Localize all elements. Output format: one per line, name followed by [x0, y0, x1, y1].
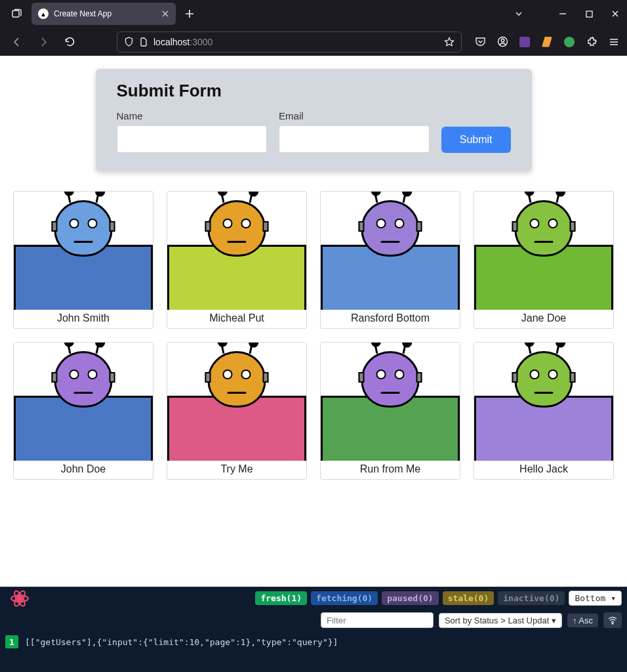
- tab-close-button[interactable]: [161, 10, 169, 18]
- name-label: Name: [117, 110, 268, 121]
- user-card[interactable]: Jane Doe: [474, 191, 614, 329]
- app-menu-icon[interactable]: [607, 35, 620, 49]
- name-input[interactable]: [117, 125, 268, 153]
- avatar: [321, 192, 460, 310]
- user-name: Run from Me: [321, 461, 460, 479]
- url-bar[interactable]: localhost:3000: [117, 32, 462, 52]
- svg-point-4: [17, 596, 22, 601]
- submit-button[interactable]: Submit: [441, 127, 511, 153]
- avatar: [474, 192, 613, 310]
- avatar: [167, 192, 306, 310]
- filter-input[interactable]: [321, 612, 434, 628]
- observer-count: 1: [5, 635, 18, 648]
- user-name: John Doe: [14, 461, 153, 479]
- svg-point-3: [501, 39, 504, 42]
- url-port: :3000: [190, 37, 212, 47]
- network-mode-button[interactable]: [603, 612, 622, 628]
- submit-form-card: Submit Form Name Email Submit: [96, 69, 532, 171]
- tab-favicon-icon: ▲: [38, 9, 49, 19]
- user-grid: John Smith Micheal Put: [13, 191, 614, 480]
- sort-select[interactable]: Sort by Status > Last Updat ▾: [439, 613, 562, 628]
- query-row[interactable]: 1 [["getUsers"],{"input":{"limit":10,"pa…: [0, 631, 627, 652]
- tab-title: Create Next App: [54, 9, 111, 18]
- avatar: [167, 343, 306, 461]
- avatar: [321, 343, 460, 461]
- extension-icon-3[interactable]: [563, 35, 576, 49]
- bookmark-icon[interactable]: [444, 37, 455, 47]
- tab-dropdown-button[interactable]: [514, 9, 523, 18]
- account-icon[interactable]: [496, 35, 509, 49]
- badge-stale[interactable]: stale(0): [443, 591, 495, 605]
- user-name: John Smith: [14, 310, 153, 328]
- user-card[interactable]: Try Me: [167, 342, 307, 480]
- user-card[interactable]: Hello Jack: [474, 342, 614, 480]
- user-card[interactable]: Micheal Put: [167, 191, 307, 329]
- email-label: Email: [279, 110, 430, 121]
- browser-chrome: ▲ Create Next App localhost:3000: [0, 0, 627, 56]
- badge-paused[interactable]: paused(0): [382, 591, 438, 605]
- browser-tab[interactable]: ▲ Create Next App: [31, 3, 176, 25]
- shield-icon: [124, 37, 134, 47]
- user-name: Jane Doe: [474, 310, 613, 328]
- avatar: [474, 343, 613, 461]
- user-name: Ransford Bottom: [321, 310, 460, 328]
- extensions-icon[interactable]: [585, 35, 598, 49]
- forward-button: [33, 32, 54, 52]
- badge-fetching[interactable]: fetching(0): [311, 591, 378, 605]
- query-key: [["getUsers"],{"input":{"limit":10,"page…: [25, 637, 338, 647]
- form-title: Submit Form: [117, 81, 511, 101]
- window-maximize-button[interactable]: [582, 10, 596, 18]
- avatar: [14, 343, 153, 461]
- user-name: Hello Jack: [474, 461, 613, 479]
- user-card[interactable]: Ransford Bottom: [320, 191, 460, 329]
- sort-direction-button[interactable]: ↑ Asc: [567, 614, 598, 627]
- tab-overview-button[interactable]: [5, 4, 28, 24]
- user-card[interactable]: Run from Me: [320, 342, 460, 480]
- extension-icon-1[interactable]: [518, 35, 531, 49]
- user-card[interactable]: John Doe: [13, 342, 153, 480]
- svg-rect-1: [586, 11, 592, 17]
- react-query-devtools: fresh(1) fetching(0) paused(0) stale(0) …: [0, 587, 627, 672]
- svg-rect-0: [12, 10, 19, 17]
- react-query-logo-icon[interactable]: [9, 588, 30, 609]
- url-host: localhost: [153, 37, 190, 47]
- user-name: Try Me: [167, 461, 306, 479]
- badge-inactive[interactable]: inactive(0): [498, 591, 565, 605]
- extension-icon-2[interactable]: [540, 35, 554, 49]
- pocket-icon[interactable]: [474, 35, 487, 49]
- position-select[interactable]: Bottom ▾: [569, 591, 622, 606]
- avatar: [14, 192, 153, 310]
- window-close-button[interactable]: [609, 10, 622, 18]
- page-content: Submit Form Name Email Submit: [0, 56, 627, 587]
- svg-point-8: [612, 623, 613, 624]
- badge-fresh[interactable]: fresh(1): [255, 591, 307, 605]
- user-name: Micheal Put: [167, 310, 306, 328]
- titlebar: ▲ Create Next App: [0, 0, 627, 28]
- back-button[interactable]: [7, 32, 28, 52]
- browser-toolbar: localhost:3000: [0, 28, 627, 56]
- new-tab-button[interactable]: [180, 4, 199, 24]
- user-card[interactable]: John Smith: [13, 191, 153, 329]
- page-info-icon: [139, 37, 148, 47]
- reload-button[interactable]: [59, 32, 80, 52]
- email-input[interactable]: [279, 125, 430, 153]
- window-minimize-button[interactable]: [556, 10, 569, 18]
